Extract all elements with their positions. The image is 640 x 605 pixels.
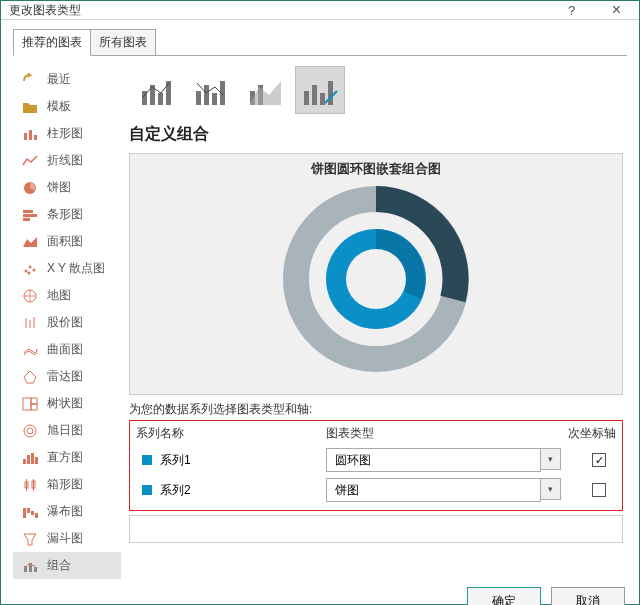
sidebar-item-label: 模板 <box>47 98 71 115</box>
dialog-footer: 确定 取消 <box>1 579 639 605</box>
svg-rect-17 <box>31 398 37 404</box>
series-header: 系列名称 图表类型 次坐标轴 <box>136 425 616 442</box>
combo-thumb-2[interactable] <box>187 66 237 114</box>
chart-type-sidebar: 最近 模板 柱形图 折线图 饼图 条形图 面积图 X Y 散点图 地图 股价图 … <box>13 56 121 579</box>
combo-subtypes <box>129 66 623 114</box>
sidebar-item-label: 漏斗图 <box>47 530 83 547</box>
treemap-chart-icon <box>21 396 39 412</box>
chart-type-select-2[interactable]: 饼图 ▾ <box>326 478 561 502</box>
secondary-axis-checkbox-2[interactable] <box>592 483 606 497</box>
sidebar-item-scatter[interactable]: X Y 散点图 <box>13 255 121 282</box>
select-value: 饼图 <box>335 482 359 499</box>
help-button[interactable]: ? <box>549 1 594 19</box>
svg-rect-42 <box>212 93 217 105</box>
window-title: 更改图表类型 <box>9 2 81 19</box>
chevron-down-icon[interactable]: ▾ <box>541 448 561 470</box>
pie-chart-icon <box>21 180 39 196</box>
svg-point-10 <box>28 271 31 274</box>
chart-preview: 饼图圆环图嵌套组合图 <box>129 153 623 395</box>
sidebar-item-label: 旭日图 <box>47 422 83 439</box>
ok-button[interactable]: 确定 <box>467 587 541 605</box>
svg-rect-2 <box>34 135 37 140</box>
svg-rect-31 <box>31 511 34 515</box>
sidebar-item-templates[interactable]: 模板 <box>13 93 121 120</box>
sidebar-item-label: 柱形图 <box>47 125 83 142</box>
dialog-content: 最近 模板 柱形图 折线图 饼图 条形图 面积图 X Y 散点图 地图 股价图 … <box>13 55 627 579</box>
close-button[interactable]: × <box>594 1 639 19</box>
series-swatch-icon <box>142 485 152 495</box>
sidebar-item-label: 组合 <box>47 557 71 574</box>
sidebar-item-label: 面积图 <box>47 233 83 250</box>
svg-rect-21 <box>23 459 26 464</box>
sidebar-item-label: 瀑布图 <box>47 503 83 520</box>
sidebar-item-label: 直方图 <box>47 449 83 466</box>
sidebar-item-column[interactable]: 柱形图 <box>13 120 121 147</box>
stock-chart-icon <box>21 315 39 331</box>
sidebar-item-funnel[interactable]: 漏斗图 <box>13 525 121 552</box>
sidebar-item-histogram[interactable]: 直方图 <box>13 444 121 471</box>
series-name: 系列1 <box>160 452 326 469</box>
sidebar-item-map[interactable]: 地图 <box>13 282 121 309</box>
donut-chart <box>281 184 471 374</box>
sidebar-item-surface[interactable]: 曲面图 <box>13 336 121 363</box>
svg-rect-38 <box>158 93 163 105</box>
sunburst-chart-icon <box>21 423 39 439</box>
combo-thumb-1[interactable] <box>133 66 183 114</box>
series-name: 系列2 <box>160 482 326 499</box>
svg-rect-40 <box>196 91 201 105</box>
sidebar-item-radar[interactable]: 雷达图 <box>13 363 121 390</box>
series-table-label: 为您的数据系列选择图表类型和轴: <box>129 401 623 418</box>
combo-subtitle: 自定义组合 <box>129 124 623 145</box>
chevron-down-icon[interactable]: ▾ <box>541 478 561 500</box>
sidebar-item-stock[interactable]: 股价图 <box>13 309 121 336</box>
svg-rect-23 <box>31 453 34 464</box>
sidebar-item-pie[interactable]: 饼图 <box>13 174 121 201</box>
svg-point-9 <box>33 268 36 271</box>
combo-thumb-3[interactable] <box>241 66 291 114</box>
chart-type-select-1[interactable]: 圆环图 ▾ <box>326 448 561 472</box>
sidebar-item-recent[interactable]: 最近 <box>13 66 121 93</box>
sidebar-item-label: 雷达图 <box>47 368 83 385</box>
histogram-chart-icon <box>21 450 39 466</box>
sidebar-item-label: 树状图 <box>47 395 83 412</box>
svg-rect-18 <box>31 404 37 410</box>
secondary-axis-checkbox-1[interactable]: ✓ <box>592 453 606 467</box>
map-chart-icon <box>21 288 39 304</box>
svg-rect-41 <box>204 85 209 105</box>
line-chart-icon <box>21 153 39 169</box>
waterfall-chart-icon <box>21 504 39 520</box>
cancel-button[interactable]: 取消 <box>551 587 625 605</box>
svg-rect-30 <box>27 508 30 513</box>
sidebar-item-line[interactable]: 折线图 <box>13 147 121 174</box>
sidebar-item-combo[interactable]: 组合 <box>13 552 121 579</box>
header-secondary-axis: 次坐标轴 <box>561 425 616 442</box>
sidebar-item-label: 曲面图 <box>47 341 83 358</box>
svg-rect-39 <box>166 81 171 105</box>
preview-title: 饼图圆环图嵌套组合图 <box>311 160 441 178</box>
header-chart-type: 图表类型 <box>326 425 561 442</box>
titlebar: 更改图表类型 ? × <box>1 1 639 20</box>
surface-chart-icon <box>21 342 39 358</box>
sidebar-item-label: X Y 散点图 <box>47 260 105 277</box>
select-value: 圆环图 <box>335 452 371 469</box>
header-series-name: 系列名称 <box>136 425 326 442</box>
svg-point-7 <box>25 269 28 272</box>
sidebar-item-sunburst[interactable]: 旭日图 <box>13 417 121 444</box>
svg-rect-48 <box>320 93 325 105</box>
description-area <box>129 515 623 543</box>
sidebar-item-bar[interactable]: 条形图 <box>13 201 121 228</box>
sidebar-item-boxwhisker[interactable]: 箱形图 <box>13 471 121 498</box>
sidebar-item-label: 折线图 <box>47 152 83 169</box>
series-row-1: 系列1 圆环图 ▾ ✓ <box>136 448 616 472</box>
svg-rect-35 <box>34 567 37 572</box>
svg-rect-29 <box>23 508 26 518</box>
svg-rect-49 <box>328 81 333 105</box>
sidebar-item-waterfall[interactable]: 瀑布图 <box>13 498 121 525</box>
combo-thumb-custom[interactable] <box>295 66 345 114</box>
sidebar-item-label: 最近 <box>47 71 71 88</box>
tab-recommended[interactable]: 推荐的图表 <box>13 29 91 56</box>
tab-all-charts[interactable]: 所有图表 <box>91 29 156 56</box>
sidebar-item-label: 地图 <box>47 287 71 304</box>
sidebar-item-area[interactable]: 面积图 <box>13 228 121 255</box>
sidebar-item-treemap[interactable]: 树状图 <box>13 390 121 417</box>
